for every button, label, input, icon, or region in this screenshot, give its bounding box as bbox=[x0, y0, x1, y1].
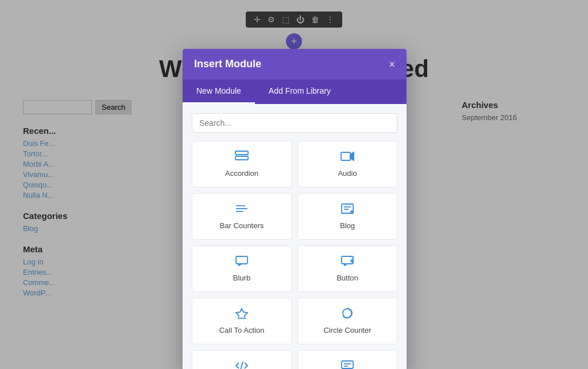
svg-marker-3 bbox=[350, 152, 354, 160]
svg-rect-11 bbox=[236, 256, 247, 264]
circle-counter-label: Circle Counter bbox=[323, 326, 371, 335]
bar-counters-icon bbox=[235, 203, 249, 217]
svg-rect-2 bbox=[341, 152, 350, 160]
code-icon bbox=[235, 360, 249, 369]
button-icon bbox=[341, 255, 354, 269]
modal-close-button[interactable]: × bbox=[389, 59, 395, 70]
modal-header: Insert Module × bbox=[183, 49, 407, 79]
audio-label: Audio bbox=[338, 169, 357, 178]
accordion-icon bbox=[235, 151, 249, 164]
call-to-action-label: Call To Action bbox=[219, 326, 265, 335]
svg-line-14 bbox=[241, 362, 243, 369]
blurb-icon bbox=[235, 255, 249, 269]
blurb-label: Blurb bbox=[233, 274, 250, 282]
modal-tabs: New Module Add From Library bbox=[183, 79, 407, 104]
module-accordion[interactable]: Accordion bbox=[192, 141, 292, 187]
circle-counter-icon bbox=[341, 308, 354, 321]
accordion-label: Accordion bbox=[225, 169, 258, 178]
insert-module-modal: Insert Module × New Module Add From Libr… bbox=[183, 49, 407, 369]
modules-grid: Accordion Audio bbox=[192, 141, 397, 369]
blog-icon bbox=[341, 203, 354, 217]
module-comments[interactable]: Comments bbox=[297, 350, 397, 369]
svg-rect-1 bbox=[235, 156, 248, 160]
module-circle-counter[interactable]: Circle Counter bbox=[297, 298, 397, 344]
comments-icon bbox=[341, 360, 354, 369]
svg-rect-15 bbox=[342, 361, 353, 368]
svg-rect-12 bbox=[342, 256, 353, 264]
blog-label: Blog bbox=[340, 221, 355, 230]
modal-body: Accordion Audio bbox=[183, 104, 407, 369]
modal-title: Insert Module bbox=[194, 58, 261, 70]
audio-icon bbox=[341, 151, 354, 164]
tab-new-module[interactable]: New Module bbox=[183, 79, 255, 104]
module-button[interactable]: Button bbox=[297, 245, 397, 292]
module-search-input[interactable] bbox=[192, 113, 397, 133]
module-blurb[interactable]: Blurb bbox=[192, 245, 292, 292]
button-label: Button bbox=[336, 274, 358, 282]
bar-counters-label: Bar Counters bbox=[220, 221, 264, 230]
svg-rect-0 bbox=[235, 151, 248, 155]
call-to-action-icon bbox=[235, 308, 249, 321]
module-blog[interactable]: Blog bbox=[297, 193, 397, 240]
tab-add-from-library[interactable]: Add From Library bbox=[255, 79, 345, 104]
module-call-to-action[interactable]: Call To Action bbox=[192, 298, 292, 344]
module-bar-counters[interactable]: Bar Counters bbox=[192, 193, 292, 240]
module-code[interactable]: Code bbox=[192, 350, 292, 369]
module-audio[interactable]: Audio bbox=[297, 141, 397, 187]
